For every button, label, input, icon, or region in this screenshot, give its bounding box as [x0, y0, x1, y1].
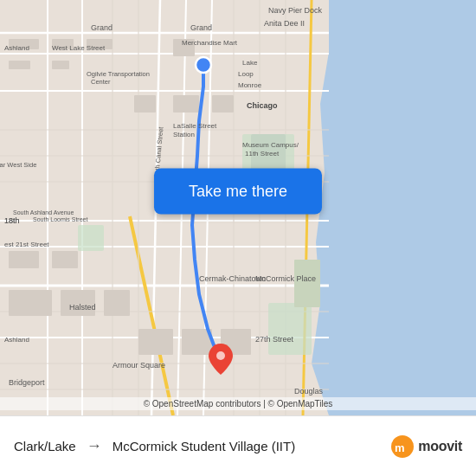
- svg-text:Halsted: Halsted: [69, 303, 96, 312]
- svg-text:Armour Square: Armour Square: [113, 361, 165, 370]
- svg-rect-33: [52, 61, 69, 69]
- svg-rect-48: [294, 260, 320, 307]
- moovit-logo: m moovit: [390, 434, 462, 459]
- svg-text:Museum Campus/: Museum Campus/: [242, 141, 299, 149]
- svg-text:18th: 18th: [4, 216, 20, 225]
- take-me-there-button[interactable]: Take me there: [154, 168, 322, 214]
- moovit-text: moovit: [418, 439, 462, 454]
- svg-text:11th Street: 11th Street: [245, 150, 280, 158]
- svg-text:South Ashland Avenue: South Ashland Avenue: [13, 209, 74, 215]
- svg-rect-44: [138, 329, 173, 355]
- moovit-icon: m: [390, 434, 415, 459]
- svg-text:Anita Dee II: Anita Dee II: [264, 19, 305, 28]
- svg-text:Bridgeport: Bridgeport: [9, 378, 45, 387]
- svg-text:McCormick Place: McCormick Place: [255, 274, 316, 283]
- svg-rect-43: [104, 290, 130, 316]
- svg-text:Chicago: Chicago: [247, 101, 278, 110]
- svg-text:Grand: Grand: [91, 23, 113, 32]
- svg-text:Near West Side: Near West Side: [0, 161, 36, 169]
- svg-text:South Loomis Street: South Loomis Street: [33, 216, 87, 222]
- svg-rect-28: [78, 225, 104, 251]
- svg-text:Ashland: Ashland: [4, 336, 29, 344]
- arrow-right-icon: →: [87, 437, 102, 455]
- svg-marker-1: [312, 0, 476, 415]
- svg-text:Ogilvie Transportation: Ogilvie Transportation: [87, 70, 150, 78]
- bottom-bar: Clark/Lake → McCormick Student Village (…: [0, 415, 476, 476]
- svg-text:LaSalle Street: LaSalle Street: [173, 122, 217, 130]
- svg-text:Navy Pier Dock: Navy Pier Dock: [268, 6, 323, 15]
- svg-text:West Lake Street: West Lake Street: [52, 44, 106, 52]
- svg-text:Grand: Grand: [190, 23, 212, 32]
- svg-text:m: m: [395, 441, 405, 454]
- svg-text:Station: Station: [173, 131, 195, 138]
- svg-text:est 21st Street: est 21st Street: [4, 241, 49, 248]
- svg-rect-39: [52, 251, 78, 268]
- svg-rect-40: [9, 251, 39, 268]
- svg-rect-38: [134, 95, 156, 113]
- svg-rect-37: [212, 95, 234, 113]
- svg-text:Monroe: Monroe: [238, 81, 262, 89]
- svg-text:Ashland: Ashland: [4, 44, 29, 52]
- svg-text:Lake: Lake: [242, 59, 258, 67]
- svg-rect-31: [9, 61, 30, 69]
- svg-rect-36: [173, 95, 199, 113]
- map-container: Grand Grand Navy Pier Dock West Lake Str…: [0, 0, 476, 415]
- map-attribution: © OpenStreetMap contributors | © OpenMap…: [0, 397, 476, 410]
- svg-rect-41: [9, 290, 52, 316]
- svg-rect-29: [268, 303, 312, 355]
- svg-text:Douglas: Douglas: [294, 387, 324, 396]
- svg-text:27th Street: 27th Street: [255, 335, 294, 344]
- destination-label: McCormick Student Village (IIT): [113, 439, 391, 453]
- origin-dot: [196, 57, 211, 73]
- svg-text:Center: Center: [91, 78, 111, 86]
- svg-text:Merchandise Mart: Merchandise Mart: [182, 39, 238, 47]
- svg-text:Loop: Loop: [238, 70, 254, 78]
- origin-label: Clark/Lake: [14, 439, 76, 453]
- svg-point-83: [216, 351, 225, 360]
